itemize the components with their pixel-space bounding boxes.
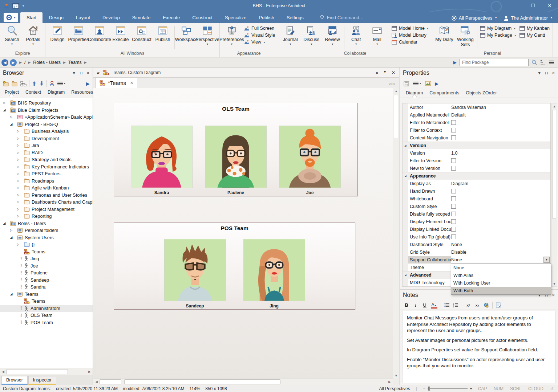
ribbon-button-my-diagram[interactable]: My Diagram ▼ (480, 26, 517, 31)
browser-pin-icon[interactable]: ⊓ (80, 71, 83, 75)
ribbon-button-calendar[interactable]: Calendar (392, 40, 429, 45)
zoom-in-icon[interactable]: + (470, 386, 472, 391)
property-value[interactable] (451, 225, 550, 233)
tree-item-business-analysis[interactable]: ▷Business Analysis (0, 128, 93, 135)
scroll-up-icon[interactable]: ▲ (552, 103, 557, 109)
status-toggle-cap[interactable]: CAP (478, 386, 487, 391)
search-package-icon[interactable] (531, 60, 537, 65)
dropdown-option-with-locking-user[interactable]: With Locking User (451, 279, 551, 287)
property-value[interactable]: Default (451, 111, 550, 119)
subscript-button[interactable]: x₂ (474, 303, 480, 307)
property-value[interactable] (451, 134, 550, 142)
bullet-list-icon[interactable] (444, 303, 450, 307)
menu-tab-layout[interactable]: Layout (70, 12, 96, 23)
property-row-display-linked-docu-[interactable]: Display Linked Docu... (403, 225, 550, 233)
property-value[interactable]: None▼ (451, 256, 550, 264)
ribbon-button-my-gantt[interactable]: My Gantt (519, 33, 550, 38)
ribbon-button-properties[interactable]: Properties (68, 24, 89, 42)
tree-item-blue-claim-projects[interactable]: ◢Blue Claim Projects (0, 107, 93, 114)
dropdown-option-with-alias[interactable]: With Alias (451, 271, 551, 279)
scroll-down-icon[interactable]: ▼ (552, 281, 557, 286)
ribbon-button-my-diary[interactable]: My Diary (434, 24, 455, 42)
status-toggle-scrl[interactable]: SCRL (510, 386, 522, 391)
tree-item-key-performance-indicators[interactable]: ▷Key Performance Indicators (0, 163, 93, 171)
property-row-filter-to-version[interactable]: Filter to Version (403, 157, 550, 164)
font-color-button[interactable]: A▼ (431, 302, 437, 309)
property-value[interactable] (451, 157, 550, 164)
ribbon-button-help[interactable]: Help▼ (554, 24, 558, 45)
property-value[interactable] (451, 218, 550, 225)
property-value[interactable] (451, 233, 550, 241)
property-row-context-navigation[interactable]: Context Navigation (403, 134, 550, 142)
property-row-author[interactable]: AuthorSandra Wiseman (403, 103, 550, 111)
move-up-icon[interactable] (32, 81, 37, 86)
property-row-filter-to-metamodel[interactable]: Filter to Metamodel (403, 119, 550, 126)
status-perspectives[interactable]: All Perspectives (379, 386, 410, 391)
property-value[interactable] (451, 210, 550, 218)
breadcrumb-item[interactable]: Teams (68, 60, 82, 65)
ribbon-button-publish[interactable]: Publish (152, 24, 173, 42)
ribbon-button-search[interactable]: Search▼ (1, 24, 23, 45)
checkbox-unchecked[interactable] (451, 212, 456, 216)
diagram-tab-teams[interactable]: *Teams ✕ (96, 78, 137, 88)
ribbon-button-construct[interactable]: Construct (131, 24, 152, 42)
properties-play-icon[interactable]: ▶ (435, 81, 438, 86)
browser-play-icon[interactable]: ▶ (86, 81, 90, 86)
user-quick-icon[interactable] (4, 3, 9, 9)
browser-tab-diagram[interactable]: Diagram (45, 89, 67, 97)
save-icon[interactable] (404, 81, 409, 86)
breadcrumb-item[interactable]: Roles - Users (33, 60, 61, 65)
tree-item-dashboards-charts-and-graph[interactable]: ▷Dashboards Charts and Graph (0, 199, 93, 206)
view-menu-icon[interactable]: ▼ (383, 70, 387, 75)
scroll-left-icon[interactable]: ◀ (93, 379, 100, 385)
dock-tab-inspector[interactable]: Inspector (28, 376, 56, 385)
property-value[interactable] (451, 126, 550, 134)
property-row-display-element-lock-[interactable]: Display Element Lock... (403, 218, 550, 225)
new-diagram-icon[interactable] (20, 81, 27, 86)
dropdown-button[interactable]: ▼ (543, 257, 550, 263)
property-value[interactable] (451, 203, 550, 210)
property-row-use-info-tip-global-[interactable]: Use Info Tip (global) (403, 233, 550, 241)
zoom-slider[interactable]: − + (423, 386, 472, 391)
edit-document-icon[interactable] (496, 302, 501, 308)
checkbox-unchecked[interactable] (451, 227, 456, 232)
dock-tab-browser[interactable]: Browser (1, 376, 28, 385)
browser-options-icon[interactable] (57, 81, 66, 86)
property-row-custom-style[interactable]: Custom Style (403, 203, 550, 210)
property-value[interactable]: Diagram (451, 180, 550, 187)
actor-paulene[interactable]: Paulene (205, 126, 267, 195)
property-value[interactable] (451, 164, 550, 172)
tab-close-icon[interactable]: ✕ (130, 81, 133, 85)
browser-hscrollbar[interactable]: ◀ ▶ (0, 368, 93, 375)
diagram-hscrollbar[interactable]: ◀ ▶ (93, 379, 393, 385)
ribbon-button-mail[interactable]: Mail▼ (367, 24, 388, 45)
tree-item-sandeep[interactable]: !Sandeep (0, 277, 93, 284)
collapse-left-icon[interactable]: « (376, 70, 378, 75)
property-row-support-collaboration[interactable]: Support CollaborationNone▼ (403, 256, 550, 264)
property-row-version[interactable]: ◢Version (403, 142, 550, 149)
menu-tab-design[interactable]: Design (43, 12, 69, 23)
tree-item-project-management[interactable]: ▷Project Management (0, 206, 93, 213)
address-list-icon[interactable] (540, 60, 546, 65)
ribbon-button-visual-style[interactable]: Visual Style (244, 33, 275, 38)
team-box-ols-team[interactable]: OLS TeamSandraPauleneJoe (114, 103, 358, 196)
tree-item-administrators[interactable]: !Administrators (0, 305, 93, 312)
ribbon-button-chat[interactable]: Chat▼ (345, 24, 367, 45)
dropdown-option-none[interactable]: None (451, 264, 551, 271)
ribbon-button-design[interactable]: Design (47, 24, 68, 42)
menu-tab-start[interactable]: Start (20, 12, 43, 23)
move-down-icon[interactable] (39, 81, 44, 86)
scroll-right-icon[interactable]: ▶ (86, 369, 93, 375)
bold-button[interactable]: B (404, 302, 409, 308)
new-folder-icon[interactable] (12, 81, 18, 86)
checkbox-unchecked[interactable] (451, 219, 456, 224)
tree-item-joe[interactable]: !Joe (0, 262, 93, 270)
browser-tab-resources[interactable]: Resources (69, 89, 96, 97)
property-row-dashboard-style[interactable]: Dashboard StyleNone (403, 241, 550, 248)
properties-options-icon[interactable] (413, 81, 421, 86)
scroll-left-icon[interactable]: ◀ (0, 369, 6, 375)
checkbox-unchecked[interactable] (451, 234, 456, 239)
property-row-filter-to-context[interactable]: Filter to Context (403, 126, 550, 134)
hyperlink-globe-icon[interactable] (484, 302, 489, 308)
ribbon-button-execute[interactable]: Execute (110, 24, 131, 42)
